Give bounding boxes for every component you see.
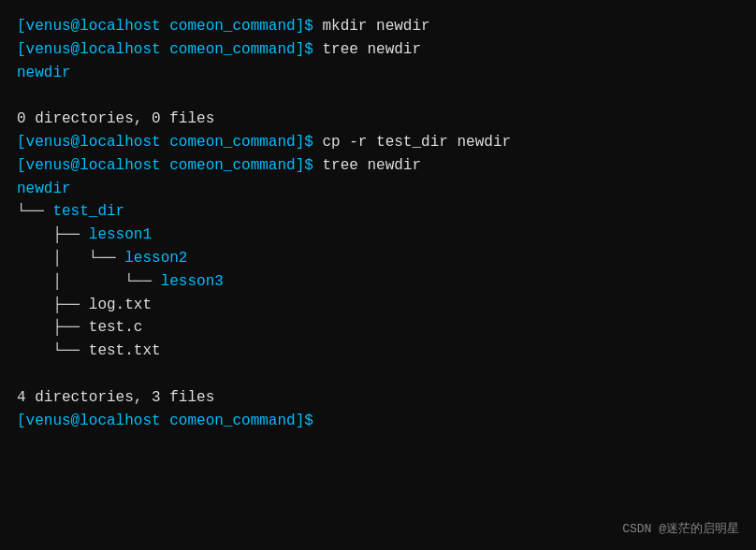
terminal-line: └── test.txt <box>17 340 739 363</box>
terminal-line: ├── lesson1 <box>17 224 739 247</box>
terminal-line: ├── log.txt <box>17 294 739 317</box>
terminal-line: │ └── lesson3 <box>17 270 739 294</box>
terminal-line: [venus@localhost comeon_command]$ tree n… <box>17 38 739 62</box>
terminal-window: [venus@localhost comeon_command]$ mkdir … <box>0 0 756 550</box>
terminal-line: └── test_dir <box>17 200 739 224</box>
terminal-line: 4 directories, 3 files <box>17 386 739 410</box>
watermark: CSDN @迷茫的启明星 <box>622 520 739 537</box>
terminal-line: ├── test.c <box>17 316 739 340</box>
terminal-line: [venus@localhost comeon_command]$ <box>17 410 739 433</box>
terminal-line: newdir <box>17 178 739 201</box>
terminal-line <box>17 84 739 108</box>
terminal-line: [venus@localhost comeon_command]$ tree n… <box>17 154 739 178</box>
terminal-line: newdir <box>17 62 739 85</box>
terminal-line: 0 directories, 0 files <box>17 108 739 131</box>
terminal-line: │ └── lesson2 <box>17 247 739 270</box>
terminal-line <box>17 363 739 386</box>
terminal-line: [venus@localhost comeon_command]$ mkdir … <box>17 15 739 38</box>
terminal-line: [venus@localhost comeon_command]$ cp -r … <box>17 131 739 154</box>
terminal-content: [venus@localhost comeon_command]$ mkdir … <box>17 15 739 432</box>
